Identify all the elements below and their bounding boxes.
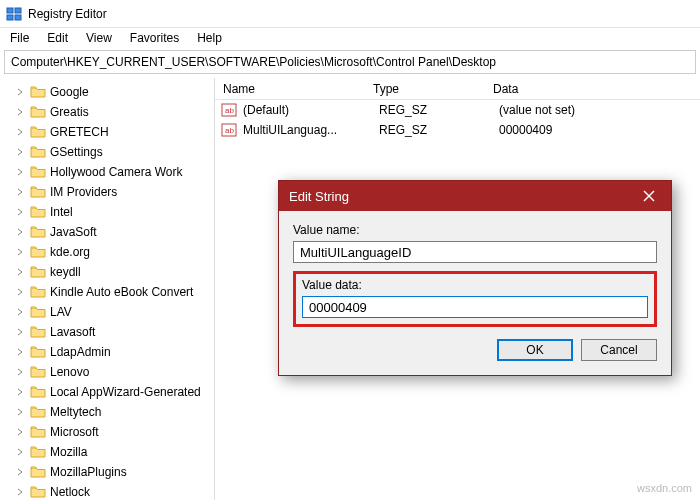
tree-item[interactable]: Hollywood Camera Work — [0, 162, 214, 182]
tree-item[interactable]: GSettings — [0, 142, 214, 162]
chevron-right-icon[interactable] — [16, 268, 28, 276]
chevron-right-icon[interactable] — [16, 408, 28, 416]
menu-view[interactable]: View — [78, 29, 120, 47]
tree-item[interactable]: IM Providers — [0, 182, 214, 202]
tree-item[interactable]: Microsoft — [0, 422, 214, 442]
chevron-right-icon[interactable] — [16, 188, 28, 196]
valuedata-highlight: Value data: — [293, 271, 657, 327]
menubar: File Edit View Favorites Help — [0, 28, 700, 48]
folder-icon — [30, 485, 46, 499]
chevron-right-icon[interactable] — [16, 448, 28, 456]
tree-item[interactable]: MozillaPlugins — [0, 462, 214, 482]
tree-item[interactable]: Local AppWizard-Generated — [0, 382, 214, 402]
tree-item[interactable]: Google — [0, 82, 214, 102]
chevron-right-icon[interactable] — [16, 88, 28, 96]
close-icon[interactable] — [627, 181, 671, 211]
folder-icon — [30, 265, 46, 279]
tree-item-label: IM Providers — [50, 185, 117, 199]
cell-type: REG_SZ — [371, 123, 491, 137]
chevron-right-icon[interactable] — [16, 208, 28, 216]
tree-item[interactable]: Intel — [0, 202, 214, 222]
folder-icon — [30, 185, 46, 199]
list-rows: ab(Default)REG_SZ(value not set)abMultiU… — [215, 100, 700, 140]
address-bar[interactable]: Computer\HKEY_CURRENT_USER\SOFTWARE\Poli… — [4, 50, 696, 74]
tree-item-label: LAV — [50, 305, 72, 319]
chevron-right-icon[interactable] — [16, 148, 28, 156]
string-value-icon: ab — [221, 102, 237, 118]
tree-item[interactable]: Kindle Auto eBook Convert — [0, 282, 214, 302]
chevron-right-icon[interactable] — [16, 388, 28, 396]
chevron-right-icon[interactable] — [16, 468, 28, 476]
folder-icon — [30, 345, 46, 359]
cell-data: 00000409 — [491, 123, 700, 137]
chevron-right-icon[interactable] — [16, 108, 28, 116]
folder-icon — [30, 105, 46, 119]
folder-icon — [30, 405, 46, 419]
list-row[interactable]: ab(Default)REG_SZ(value not set) — [215, 100, 700, 120]
svg-text:ab: ab — [225, 126, 234, 135]
col-header-name[interactable]: Name — [215, 82, 365, 96]
folder-icon — [30, 465, 46, 479]
chevron-right-icon[interactable] — [16, 308, 28, 316]
string-value-icon: ab — [221, 122, 237, 138]
list-row[interactable]: abMultiUILanguag...REG_SZ00000409 — [215, 120, 700, 140]
cell-name: (Default) — [243, 103, 371, 117]
chevron-right-icon[interactable] — [16, 488, 28, 496]
edit-string-dialog: Edit String Value name: Value data: OK C… — [278, 180, 672, 376]
tree-item-label: GRETECH — [50, 125, 109, 139]
chevron-right-icon[interactable] — [16, 288, 28, 296]
tree-pane[interactable]: GoogleGreatisGRETECHGSettingsHollywood C… — [0, 78, 215, 500]
col-header-type[interactable]: Type — [365, 82, 485, 96]
tree-item[interactable]: Meltytech — [0, 402, 214, 422]
window-title: Registry Editor — [28, 7, 107, 21]
tree-item[interactable]: Lavasoft — [0, 322, 214, 342]
tree-item[interactable]: LdapAdmin — [0, 342, 214, 362]
svg-rect-0 — [7, 8, 13, 13]
tree-item-label: Intel — [50, 205, 73, 219]
menu-edit[interactable]: Edit — [39, 29, 76, 47]
tree-item[interactable]: LAV — [0, 302, 214, 322]
tree-item[interactable]: JavaSoft — [0, 222, 214, 242]
menu-help[interactable]: Help — [189, 29, 230, 47]
tree-item-label: Kindle Auto eBook Convert — [50, 285, 193, 299]
ok-button[interactable]: OK — [497, 339, 573, 361]
folder-icon — [30, 285, 46, 299]
tree-item-label: MozillaPlugins — [50, 465, 127, 479]
folder-icon — [30, 245, 46, 259]
col-header-data[interactable]: Data — [485, 82, 700, 96]
valuedata-field[interactable] — [302, 296, 648, 318]
tree-item[interactable]: Netlock — [0, 482, 214, 500]
chevron-right-icon[interactable] — [16, 428, 28, 436]
chevron-right-icon[interactable] — [16, 168, 28, 176]
chevron-right-icon[interactable] — [16, 228, 28, 236]
tree-item-label: GSettings — [50, 145, 103, 159]
tree-item[interactable]: Greatis — [0, 102, 214, 122]
dialog-body: Value name: Value data: OK Cancel — [279, 211, 671, 375]
cancel-button[interactable]: Cancel — [581, 339, 657, 361]
menu-favorites[interactable]: Favorites — [122, 29, 187, 47]
chevron-right-icon[interactable] — [16, 328, 28, 336]
folder-icon — [30, 165, 46, 179]
folder-icon — [30, 425, 46, 439]
tree-item-label: Greatis — [50, 105, 89, 119]
watermark: wsxdn.com — [637, 482, 692, 494]
tree-item[interactable]: Mozilla — [0, 442, 214, 462]
chevron-right-icon[interactable] — [16, 248, 28, 256]
tree-item[interactable]: GRETECH — [0, 122, 214, 142]
dialog-titlebar[interactable]: Edit String — [279, 181, 671, 211]
folder-icon — [30, 365, 46, 379]
list-header: Name Type Data — [215, 78, 700, 100]
valuename-label: Value name: — [293, 223, 657, 237]
chevron-right-icon[interactable] — [16, 128, 28, 136]
chevron-right-icon[interactable] — [16, 368, 28, 376]
tree-item-label: LdapAdmin — [50, 345, 111, 359]
dialog-buttons: OK Cancel — [293, 339, 657, 361]
chevron-right-icon[interactable] — [16, 348, 28, 356]
tree-item[interactable]: keydll — [0, 262, 214, 282]
menu-file[interactable]: File — [2, 29, 37, 47]
titlebar: Registry Editor — [0, 0, 700, 28]
folder-icon — [30, 305, 46, 319]
tree-item-label: keydll — [50, 265, 81, 279]
tree-item[interactable]: Lenovo — [0, 362, 214, 382]
tree-item[interactable]: kde.org — [0, 242, 214, 262]
